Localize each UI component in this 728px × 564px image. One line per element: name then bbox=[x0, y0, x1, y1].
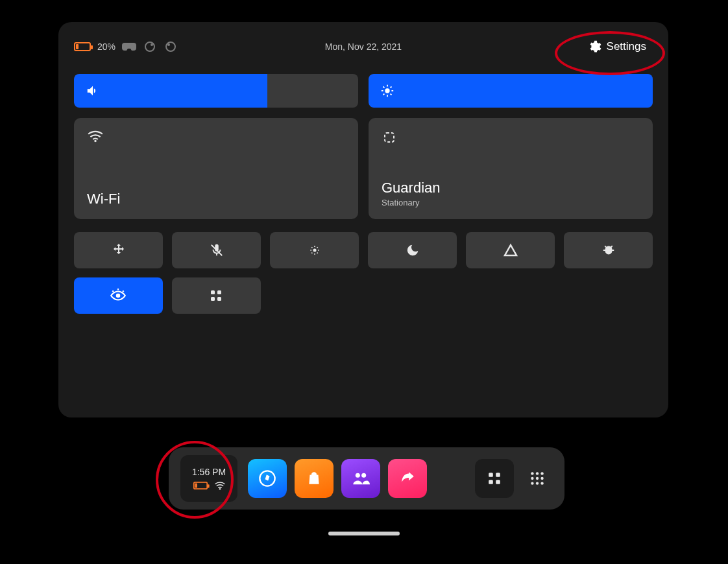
svg-line-28 bbox=[123, 290, 125, 292]
settings-label: Settings bbox=[607, 40, 646, 53]
share-icon bbox=[399, 470, 416, 487]
svg-point-3 bbox=[167, 43, 170, 46]
explore-app-tile[interactable] bbox=[248, 459, 287, 498]
svg-rect-39 bbox=[489, 480, 493, 484]
svg-line-27 bbox=[113, 290, 114, 292]
svg-line-23 bbox=[311, 253, 312, 253]
all-apps-button[interactable] bbox=[522, 463, 553, 494]
bag-icon bbox=[306, 470, 322, 487]
svg-line-10 bbox=[391, 94, 392, 95]
settings-button[interactable]: Settings bbox=[581, 36, 653, 58]
svg-line-22 bbox=[317, 253, 317, 253]
volume-icon bbox=[86, 84, 100, 98]
svg-line-12 bbox=[391, 86, 392, 88]
people-icon bbox=[352, 469, 370, 488]
svg-rect-32 bbox=[217, 297, 221, 301]
svg-point-25 bbox=[116, 294, 121, 298]
home-indicator bbox=[328, 532, 400, 535]
wifi-icon bbox=[214, 481, 226, 490]
library-tile[interactable] bbox=[475, 459, 514, 498]
battery-icon bbox=[193, 482, 208, 489]
grid-icon bbox=[487, 471, 502, 486]
triangle-icon bbox=[503, 242, 518, 258]
quick-settings-panel: 20% Mon, Nov 22, 2021 Settings bbox=[58, 22, 668, 417]
brightness-low-icon bbox=[308, 244, 321, 257]
apps-grid-button[interactable] bbox=[172, 277, 261, 314]
svg-rect-29 bbox=[211, 290, 215, 294]
svg-rect-38 bbox=[496, 473, 500, 477]
volume-slider[interactable] bbox=[74, 74, 358, 108]
dock-status-icons bbox=[192, 481, 226, 490]
battery-percent: 20% bbox=[97, 41, 115, 52]
eye-icon bbox=[110, 287, 127, 304]
passthrough-button[interactable] bbox=[466, 232, 555, 268]
compass-icon bbox=[258, 469, 276, 488]
wifi-card[interactable]: Wi-Fi bbox=[74, 118, 358, 219]
dock-status-tile[interactable]: 1:56 PM bbox=[180, 455, 237, 502]
svg-point-46 bbox=[540, 477, 543, 480]
svg-point-44 bbox=[531, 477, 533, 480]
svg-point-45 bbox=[536, 477, 539, 480]
moon-icon bbox=[406, 243, 420, 257]
mic-off-icon bbox=[210, 243, 224, 257]
mic-mute-button[interactable] bbox=[172, 232, 261, 268]
dock-right bbox=[475, 459, 553, 498]
cards-row: Wi-Fi Guardian Stationary bbox=[74, 118, 653, 219]
svg-point-13 bbox=[94, 140, 96, 142]
svg-rect-30 bbox=[217, 290, 221, 294]
bug-icon bbox=[601, 243, 616, 257]
controller-right-icon bbox=[164, 40, 178, 54]
sliders-row bbox=[74, 74, 653, 108]
svg-point-49 bbox=[540, 482, 543, 484]
svg-rect-14 bbox=[385, 133, 394, 142]
wifi-title: Wi-Fi bbox=[87, 191, 345, 207]
wifi-icon bbox=[87, 130, 345, 143]
svg-point-35 bbox=[356, 473, 360, 478]
brightness-low-button[interactable] bbox=[270, 232, 359, 268]
svg-point-16 bbox=[313, 249, 316, 252]
svg-point-4 bbox=[385, 88, 389, 93]
svg-point-41 bbox=[531, 472, 533, 475]
svg-point-42 bbox=[536, 472, 539, 475]
svg-line-21 bbox=[311, 247, 312, 248]
battery-icon bbox=[74, 42, 91, 51]
guardian-title: Guardian bbox=[382, 180, 640, 196]
move-icon bbox=[111, 242, 127, 258]
headset-icon bbox=[122, 40, 136, 54]
apps-icon bbox=[529, 470, 546, 487]
svg-rect-31 bbox=[211, 297, 215, 301]
svg-point-1 bbox=[151, 43, 153, 46]
svg-point-43 bbox=[540, 472, 543, 475]
svg-point-48 bbox=[536, 482, 539, 484]
svg-line-24 bbox=[317, 247, 317, 248]
guardian-icon bbox=[382, 130, 640, 145]
gear-icon bbox=[587, 40, 601, 54]
reset-view-button[interactable] bbox=[74, 232, 163, 268]
share-app-tile[interactable] bbox=[388, 459, 427, 498]
svg-point-33 bbox=[219, 488, 221, 489]
dock-apps bbox=[248, 459, 427, 498]
svg-point-47 bbox=[531, 482, 533, 484]
brightness-slider[interactable] bbox=[369, 74, 653, 108]
svg-point-36 bbox=[361, 473, 366, 478]
eye-comfort-button[interactable] bbox=[74, 277, 163, 314]
svg-rect-40 bbox=[496, 480, 500, 484]
guardian-sub: Stationary bbox=[382, 198, 640, 207]
quick-actions-row2 bbox=[74, 277, 653, 314]
controller-left-icon bbox=[143, 40, 157, 54]
night-mode-button[interactable] bbox=[368, 232, 457, 268]
dock-bar: 1:56 PM bbox=[169, 447, 564, 510]
guardian-card[interactable]: Guardian Stationary bbox=[369, 118, 653, 219]
dock-time: 1:56 PM bbox=[192, 467, 226, 477]
svg-line-11 bbox=[383, 94, 384, 95]
bug-report-button[interactable] bbox=[564, 232, 653, 268]
svg-line-9 bbox=[383, 86, 384, 88]
store-app-tile[interactable] bbox=[295, 459, 334, 498]
people-app-tile[interactable] bbox=[341, 459, 380, 498]
panel-header: 20% Mon, Nov 22, 2021 Settings bbox=[74, 32, 653, 61]
brightness-icon bbox=[380, 84, 394, 98]
svg-point-2 bbox=[166, 42, 175, 51]
svg-rect-37 bbox=[489, 473, 493, 477]
status-indicators: 20% bbox=[74, 40, 178, 54]
svg-point-0 bbox=[145, 42, 154, 51]
